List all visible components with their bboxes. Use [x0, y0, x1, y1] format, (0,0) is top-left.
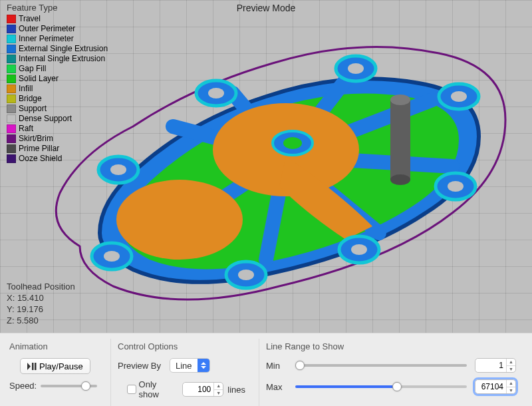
toolhead-position: Toolhead Position X: 15.410 Y: 19.176 Z:…	[7, 281, 75, 326]
legend-swatch	[7, 55, 16, 63]
svg-point-15	[208, 88, 224, 99]
animation-header: Animation	[9, 341, 97, 351]
legend-header: Feature Type	[7, 3, 108, 13]
max-label: Max	[266, 382, 287, 392]
legend-item: Dense Support	[7, 114, 108, 124]
svg-point-11	[283, 137, 302, 149]
play-pause-label: Play/Pause	[39, 361, 83, 371]
svg-point-21	[448, 181, 464, 192]
svg-point-27	[104, 251, 120, 262]
legend-item: Support	[7, 104, 108, 114]
legend-label: Gap Fill	[19, 64, 46, 74]
legend-swatch	[7, 65, 16, 73]
legend-label: Support	[19, 104, 47, 114]
legend-label: Solid Layer	[19, 74, 59, 84]
legend-item: Prime Pillar	[7, 144, 108, 154]
min-slider[interactable]	[295, 364, 467, 367]
lines-suffix: lines	[227, 385, 245, 395]
toolhead-x: X: 15.410	[7, 292, 75, 304]
legend-item: Travel	[7, 14, 108, 24]
legend-label: Bridge	[19, 94, 42, 104]
legend-swatch	[7, 154, 16, 163]
legend-swatch	[7, 134, 16, 143]
max-input[interactable]	[475, 380, 506, 393]
only-show-stepper[interactable]: ▲▼	[213, 383, 223, 396]
svg-point-19	[451, 91, 467, 102]
legend-item: Inner Perimeter	[7, 34, 108, 44]
max-slider[interactable]	[295, 385, 467, 388]
legend-item: Outer Perimeter	[7, 24, 108, 34]
legend-item: Internal Single Extrusion	[7, 54, 108, 64]
legend-item: Infill	[7, 84, 108, 94]
min-value-box[interactable]: ▲▼	[475, 358, 516, 373]
min-stepper[interactable]: ▲▼	[506, 359, 515, 372]
toolhead-header: Toolhead Position	[7, 281, 75, 292]
only-show-count[interactable]: ▲▼	[182, 382, 223, 397]
legend-swatch	[7, 95, 16, 103]
legend-swatch	[7, 114, 16, 123]
legend-label: Outer Perimeter	[19, 24, 75, 34]
legend-swatch	[7, 144, 16, 153]
legend-item: Skirt/Brim	[7, 134, 108, 144]
legend-item: Raft	[7, 124, 108, 134]
only-show-label: Only show	[139, 379, 179, 399]
legend-swatch	[7, 104, 16, 113]
legend-label: Ooze Shield	[19, 154, 62, 164]
control-options-group: Control Options Preview By Line Only sho…	[115, 339, 255, 406]
min-label: Min	[266, 361, 287, 371]
legend-label: Skirt/Brim	[19, 134, 53, 144]
svg-point-17	[348, 63, 364, 74]
min-input[interactable]	[475, 359, 506, 372]
only-show-input[interactable]	[183, 383, 213, 396]
legend-label: Travel	[19, 14, 41, 24]
toolhead-y: Y: 19.176	[7, 304, 75, 315]
svg-point-30	[390, 174, 410, 185]
legend-label: Inner Perimeter	[19, 34, 74, 44]
speed-slider[interactable]	[41, 385, 97, 387]
preview-by-label: Preview By	[118, 361, 170, 371]
svg-rect-31	[32, 363, 34, 370]
line-range-header: Line Range to Show	[266, 341, 516, 351]
legend-label: External Single Extrusion	[19, 44, 108, 54]
legend-label: Dense Support	[19, 114, 72, 124]
legend-swatch	[7, 15, 16, 23]
legend-item: Solid Layer	[7, 74, 108, 84]
legend-label: Raft	[19, 124, 33, 134]
svg-point-13	[110, 164, 126, 175]
svg-point-25	[238, 270, 254, 280]
legend-label: Infill	[19, 84, 33, 94]
svg-rect-28	[390, 100, 410, 180]
legend-swatch	[7, 85, 16, 93]
legend-swatch	[7, 45, 16, 53]
preview-viewport[interactable]: Preview Mode	[0, 0, 532, 333]
svg-point-9	[116, 180, 243, 260]
animation-group: Animation Play/Pause Speed:	[7, 339, 106, 406]
legend-item: External Single Extrusion	[7, 44, 108, 54]
legend-swatch	[7, 75, 16, 83]
legend-item: Ooze Shield	[7, 154, 108, 164]
control-options-header: Control Options	[118, 341, 245, 351]
max-stepper[interactable]: ▲▼	[506, 380, 515, 393]
toolhead-z: Z: 5.580	[7, 315, 75, 326]
speed-label: Speed:	[9, 381, 37, 391]
svg-point-29	[390, 95, 410, 105]
legend-label: Prime Pillar	[19, 144, 59, 154]
svg-point-23	[351, 244, 367, 255]
play-pause-icon	[27, 363, 37, 370]
legend-item: Gap Fill	[7, 64, 108, 74]
controls-panel: Animation Play/Pause Speed: Control Opti…	[0, 333, 532, 406]
legend-swatch	[7, 124, 16, 133]
max-value-box[interactable]: ▲▼	[475, 379, 516, 394]
svg-rect-32	[35, 363, 37, 370]
legend-swatch	[7, 25, 16, 33]
legend-swatch	[7, 35, 16, 43]
chevrons-icon	[198, 359, 209, 372]
legend-label: Internal Single Extrusion	[19, 54, 105, 64]
play-pause-button[interactable]: Play/Pause	[20, 358, 90, 374]
feature-type-legend: Feature Type TravelOuter PerimeterInner …	[7, 3, 108, 164]
line-range-group: Line Range to Show Min ▲▼ Max ▲▼	[263, 339, 525, 406]
only-show-checkbox[interactable]	[127, 385, 136, 394]
legend-item: Bridge	[7, 94, 108, 104]
preview-by-value: Line	[170, 361, 198, 371]
preview-by-select[interactable]: Line	[170, 358, 210, 373]
